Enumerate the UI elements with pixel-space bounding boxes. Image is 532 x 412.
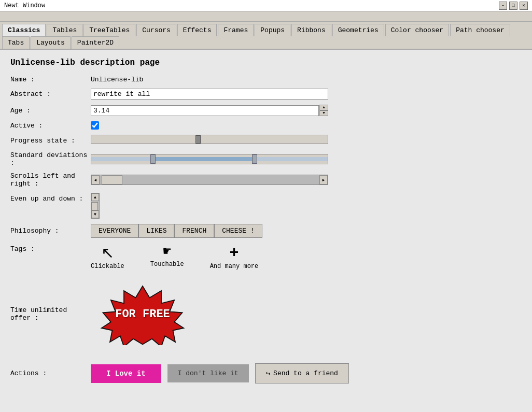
tab-geometries[interactable]: Geometries xyxy=(332,24,384,36)
philosophy-french[interactable]: FRENCH xyxy=(174,224,214,238)
abstract-row: Abstract : xyxy=(10,89,522,100)
tab-effects[interactable]: Effects xyxy=(177,24,217,36)
name-row: Name : Unlicense-lib xyxy=(10,76,522,83)
tag-many-more: + And many more xyxy=(210,245,259,270)
scroll-ud-row: Even up and down : ▲ ▼ xyxy=(10,193,522,219)
touchable-label: Touchable xyxy=(150,261,184,268)
age-label: Age : xyxy=(10,107,91,115)
tags-container: ↖ Clickable ☛ Touchable + And many more xyxy=(91,245,258,270)
tab-tables[interactable]: Tables xyxy=(47,24,82,36)
scroll-ud-label: Even up and down : xyxy=(10,193,91,203)
scroll-left-button[interactable]: ◄ xyxy=(91,175,100,184)
window-controls: – □ ✕ xyxy=(499,2,528,10)
age-input[interactable] xyxy=(91,105,319,116)
title-bar: Newt Window – □ ✕ xyxy=(0,0,532,11)
active-row: Active : xyxy=(10,121,522,130)
horizontal-scrollbar: ◄ ► xyxy=(91,175,328,185)
dual-handle-right[interactable] xyxy=(252,154,257,164)
spinner-buttons: ▲ ▼ xyxy=(319,105,328,116)
dual-slider xyxy=(91,154,328,164)
tab-cursors[interactable]: Cursors xyxy=(136,24,176,36)
offer-burst: FOR FREE xyxy=(91,280,194,348)
tab-color-chooser[interactable]: Color chooser xyxy=(385,24,449,36)
active-label: Active : xyxy=(10,122,91,130)
plus-icon[interactable]: + xyxy=(229,245,239,261)
tab-bar: Classics Tables TreeTables Cursors Effec… xyxy=(0,22,532,50)
tab-classics[interactable]: Classics xyxy=(2,24,46,37)
progress-slider-container xyxy=(91,135,328,146)
philosophy-likes[interactable]: LIKES xyxy=(138,224,174,238)
scroll-lr-label: Scrolls left and right : xyxy=(10,172,91,188)
philosophy-label: Philosophy : xyxy=(10,227,91,235)
tags-label: Tags : xyxy=(10,245,91,253)
philosophy-row: Philosophy : EVERYONE LIKES FRENCH CHEES… xyxy=(10,224,522,238)
tab-layouts[interactable]: Layouts xyxy=(31,36,71,49)
scroll-down-button[interactable]: ▼ xyxy=(91,210,99,218)
name-label: Name : xyxy=(10,76,91,83)
spinner-down-button[interactable]: ▼ xyxy=(319,110,328,116)
age-row: Age : ▲ ▼ xyxy=(10,105,522,116)
offer-label: Time unlimited offer : xyxy=(10,306,91,322)
dont-like-button[interactable]: I don't like it xyxy=(167,364,249,382)
tags-row: Tags : ↖ Clickable ☛ Touchable + And man… xyxy=(10,243,522,270)
send-icon: ↪ xyxy=(266,369,270,378)
offer-row: Time unlimited offer : FOR FREE xyxy=(10,275,522,353)
age-spinner: ▲ ▼ xyxy=(91,105,328,116)
minimize-button[interactable]: – xyxy=(499,2,507,10)
love-button[interactable]: I Love it xyxy=(91,364,161,383)
many-more-label: And many more xyxy=(210,263,259,270)
tag-touchable: ☛ Touchable xyxy=(150,245,184,268)
actions-label: Actions : xyxy=(10,370,91,377)
tab-popups[interactable]: Popups xyxy=(255,24,290,36)
send-friend-button[interactable]: ↪ Send to a friend xyxy=(255,363,349,383)
active-checkbox[interactable] xyxy=(91,121,99,130)
page-title: Unlicense-lib description page xyxy=(10,58,522,67)
clickable-icon[interactable]: ↖ xyxy=(101,245,114,261)
philosophy-buttons: EVERYONE LIKES FRENCH CHEESE ! xyxy=(91,224,262,238)
offer-text: FOR FREE xyxy=(115,308,170,321)
scroll-v-track xyxy=(91,201,99,210)
actions-buttons: I Love it I don't like it ↪ Send to a fr… xyxy=(91,363,349,383)
dual-filled xyxy=(150,157,257,161)
tab-tabs[interactable]: Tabs xyxy=(2,36,30,49)
maximize-button[interactable]: □ xyxy=(509,2,517,10)
scroll-right-button[interactable]: ► xyxy=(319,175,328,184)
tab-frames[interactable]: Frames xyxy=(218,24,254,36)
vertical-scrollbar: ▲ ▼ xyxy=(91,193,100,219)
philosophy-everyone[interactable]: EVERYONE xyxy=(91,224,138,238)
tab-treetables[interactable]: TreeTables xyxy=(83,24,135,36)
progress-label: Progress state : xyxy=(10,137,91,145)
scroll-v-thumb[interactable] xyxy=(91,202,98,210)
tab-path-chooser[interactable]: Path chooser xyxy=(450,24,510,36)
stddev-row: Standard deviations : xyxy=(10,151,522,167)
abstract-input[interactable] xyxy=(91,89,328,100)
send-label: Send to a friend xyxy=(273,370,338,377)
progress-slider[interactable] xyxy=(91,135,328,144)
spinner-up-button[interactable]: ▲ xyxy=(319,105,328,110)
scroll-h-thumb[interactable] xyxy=(102,175,122,184)
philosophy-cheese[interactable]: CHEESE ! xyxy=(214,224,262,238)
offer-burst-container: FOR FREE xyxy=(91,280,194,348)
touchable-icon[interactable]: ☛ xyxy=(163,245,171,259)
abstract-label: Abstract : xyxy=(10,90,91,98)
close-button[interactable]: ✕ xyxy=(520,2,528,10)
clickable-label: Clickable xyxy=(91,263,124,270)
tag-clickable: ↖ Clickable xyxy=(91,245,124,270)
dual-handle-left[interactable] xyxy=(150,154,156,164)
window-title: Newt Window xyxy=(4,2,45,9)
tab-painter2d[interactable]: Painter2D xyxy=(72,36,119,49)
stddev-label: Standard deviations : xyxy=(10,151,91,167)
actions-row: Actions : I Love it I don't like it ↪ Se… xyxy=(10,363,522,383)
topbar xyxy=(0,11,532,22)
scroll-up-button[interactable]: ▲ xyxy=(91,193,99,201)
scroll-lr-row: Scrolls left and right : ◄ ► xyxy=(10,172,522,188)
scroll-h-track xyxy=(100,175,319,184)
name-value: Unlicense-lib xyxy=(91,76,143,83)
content-area: Unlicense-lib description page Name : Un… xyxy=(0,50,532,412)
progress-row: Progress state : xyxy=(10,135,522,146)
tab-ribbons[interactable]: Ribbons xyxy=(291,24,331,36)
